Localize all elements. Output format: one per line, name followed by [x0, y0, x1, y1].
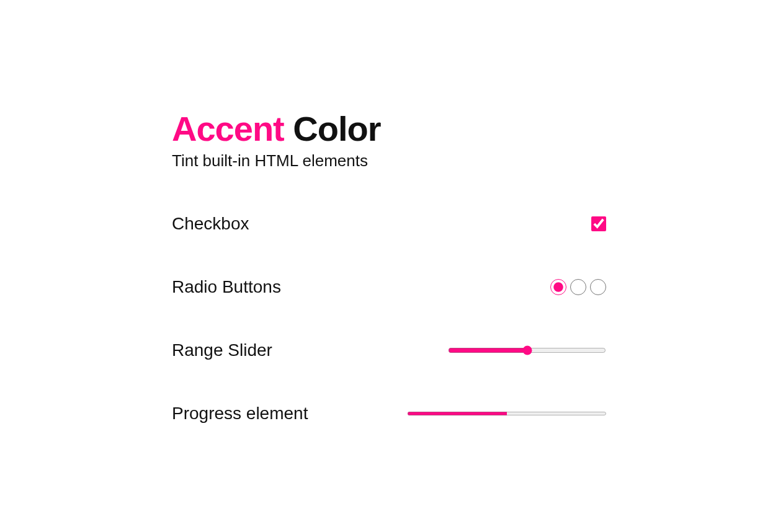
checkbox-control: [591, 216, 606, 231]
radio-option-1[interactable]: [550, 279, 566, 295]
radio-option-2[interactable]: [570, 279, 586, 295]
progress-control: [408, 410, 606, 417]
range-input[interactable]: [448, 345, 606, 355]
title-rest: Color: [284, 109, 381, 148]
content-container: Accent Color Tint built-in HTML elements…: [172, 109, 606, 423]
progress-label: Progress element: [172, 404, 308, 423]
checkbox-row: Checkbox: [172, 214, 606, 234]
progress-row: Progress element: [172, 404, 606, 423]
checkbox-input[interactable]: [591, 216, 606, 231]
title-accent-word: Accent: [172, 109, 284, 148]
range-row: Range Slider: [172, 340, 606, 360]
range-label: Range Slider: [172, 340, 272, 360]
checkbox-label: Checkbox: [172, 214, 249, 234]
page-title: Accent Color: [172, 109, 606, 149]
page-subtitle: Tint built-in HTML elements: [172, 151, 606, 171]
progress-element: [408, 410, 606, 417]
radio-row: Radio Buttons: [172, 277, 606, 297]
range-control: [448, 345, 606, 355]
radio-control: [550, 279, 606, 295]
radio-label: Radio Buttons: [172, 277, 281, 297]
radio-option-3[interactable]: [590, 279, 606, 295]
